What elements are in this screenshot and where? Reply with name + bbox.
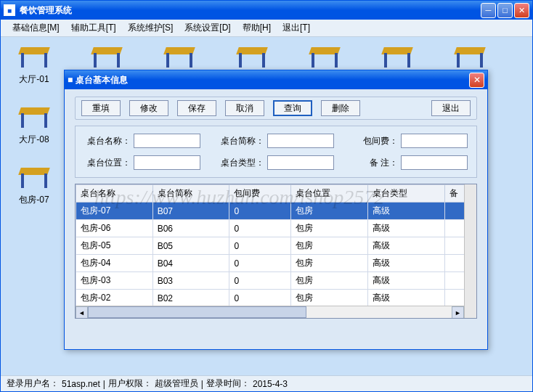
menu-basic-info[interactable]: 基础信息[M] [7,20,65,36]
cell-type: 高级 [367,237,444,255]
dialog-titlebar: ■ 桌台基本信息 ✕ [65,70,487,89]
button-row: 重填 修改 保存 取消 查询 删除 退出 [75,97,477,120]
field-remark: 备 注： [351,155,468,170]
cell-name: 包房-04 [76,255,153,272]
col-name[interactable]: 桌台名称 [76,185,153,203]
abbr-input[interactable] [267,134,334,148]
cell-type: 高级 [367,203,444,220]
save-button[interactable]: 保存 [177,100,216,116]
menu-maintenance[interactable]: 系统维护[S] [122,20,179,36]
table-info-dialog: ■ 桌台基本信息 ✕ 重填 修改 保存 取消 查询 删除 退出 桌台名称： 桌台… [64,70,488,350]
fee-label: 包间费： [351,135,398,147]
table-row[interactable]: 包房-05B050包房高级 [76,237,476,255]
cell-abbr: B06 [152,220,229,237]
cell-fee: 0 [229,272,291,290]
type-label: 桌台类型： [218,157,264,169]
status-user-value: 51asp.net [62,379,100,389]
desk-label: 大厅-01 [19,73,49,86]
desk-label: 大厅-08 [19,134,49,146]
status-sep: | [103,379,105,389]
name-label: 桌台名称： [84,135,131,147]
dialog-close-button[interactable]: ✕ [469,73,484,88]
cancel-button[interactable]: 取消 [225,100,264,116]
cell-pos: 包房 [291,290,368,307]
position-input[interactable] [134,155,200,170]
vertical-scrollbar[interactable] [464,184,476,318]
table-row[interactable]: 包房-03B030包房高级 [76,272,476,290]
menu-exit[interactable]: 退出[T] [277,20,316,36]
cell-fee: 0 [229,203,291,220]
desk-icon [89,43,124,72]
window-controls: ─ □ ✕ [481,3,529,18]
scroll-left-icon[interactable]: ◄ [76,306,88,319]
cell-pos: 包房 [291,203,368,220]
desk-icon [17,103,52,132]
remark-label: 备 注： [351,157,398,169]
form-group: 桌台名称： 桌台简称： 包间费： 桌台位置： 桌台类型： 备 注： [75,126,477,178]
scroll-right-icon[interactable]: ► [452,306,464,319]
desk-icon [17,163,52,192]
statusbar: 登录用户名： 51asp.net | 用户权限： 超级管理员 | 登录时间： 2… [1,375,532,391]
remark-input[interactable] [401,155,468,170]
minimize-button[interactable]: ─ [481,3,496,18]
modify-button[interactable]: 修改 [129,100,168,116]
main-titlebar: ■ 餐饮管理系统 ─ □ ✕ [1,1,532,20]
cell-fee: 0 [229,220,291,237]
delete-button[interactable]: 删除 [321,100,360,116]
table-row[interactable]: 包房-07B070包房高级 [76,203,476,220]
menu-help[interactable]: 帮助[H] [237,20,277,36]
desk-icon [235,43,269,72]
col-pos[interactable]: 桌台位置 [291,185,368,203]
status-sep: | [201,379,203,389]
field-position: 桌台位置： [84,155,200,170]
data-grid[interactable]: 桌台名称 桌台简称 包间费 桌台位置 桌台类型 备 包房-07B070包房高级包… [76,184,476,319]
query-button[interactable]: 查询 [273,100,312,116]
col-fee[interactable]: 包间费 [229,185,291,203]
cell-type: 高级 [367,220,444,237]
desk-icon [307,43,342,72]
status-time-value: 2015-4-3 [253,379,288,389]
cell-name: 包房-03 [76,272,153,290]
status-user-label: 登录用户名： [7,377,59,390]
status-role-value: 超级管理员 [155,377,198,390]
fee-input[interactable] [401,134,468,148]
name-input[interactable] [134,134,200,148]
close-button[interactable]: ✕ [514,3,529,18]
cell-fee: 0 [229,255,291,272]
scroll-thumb[interactable] [88,306,306,318]
desk-item[interactable]: 包房-07 [15,163,53,206]
horizontal-scrollbar[interactable]: ◄ ► [76,306,464,318]
status-role-label: 用户权限： [108,377,152,390]
col-type[interactable]: 桌台类型 [367,185,444,203]
field-name: 桌台名称： [84,134,200,148]
type-input[interactable] [267,155,334,170]
cell-name: 包房-05 [76,237,153,255]
table-row[interactable]: 包房-06B060包房高级 [76,220,476,237]
menubar: 基础信息[M] 辅助工具[T] 系统维护[S] 系统设置[D] 帮助[H] 退出… [1,20,532,37]
cell-abbr: B04 [152,255,229,272]
desk-icon [17,43,52,72]
dialog-title: 桌台基本信息 [76,74,469,86]
cell-abbr: B07 [152,203,229,220]
scroll-track[interactable] [88,306,452,318]
app-title: 餐饮管理系统 [20,4,481,17]
refill-button[interactable]: 重填 [81,100,121,116]
status-time-label: 登录时间： [206,377,250,390]
table-wrap: 桌台名称 桌台简称 包间费 桌台位置 桌台类型 备 包房-07B070包房高级包… [75,184,477,319]
menu-tools[interactable]: 辅助工具[T] [65,20,122,36]
position-label: 桌台位置： [84,157,131,169]
cell-pos: 包房 [291,237,368,255]
table-row[interactable]: 包房-02B020包房高级 [76,290,476,307]
dialog-icon: ■ [68,75,73,85]
menu-settings[interactable]: 系统设置[D] [179,20,236,36]
field-type: 桌台类型： [218,155,334,170]
exit-button[interactable]: 退出 [431,100,471,116]
field-abbr: 桌台简称： [218,134,334,148]
desk-item[interactable]: 大厅-08 [15,103,53,146]
maximize-button[interactable]: □ [497,3,513,18]
desk-item[interactable]: 大厅-01 [15,43,53,86]
field-fee: 包间费： [351,134,468,148]
col-abbr[interactable]: 桌台简称 [152,185,229,203]
table-row[interactable]: 包房-04B040包房高级 [76,255,476,272]
cell-type: 高级 [367,290,444,307]
